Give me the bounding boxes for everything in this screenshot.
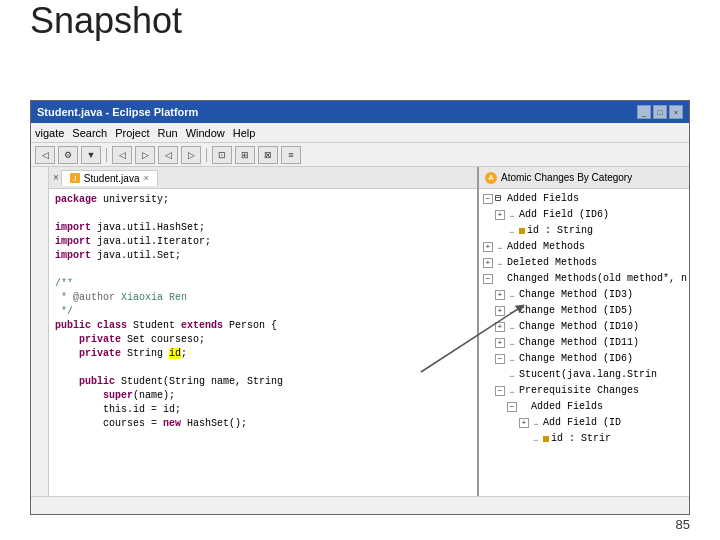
dash-icon: − [507,210,517,220]
code-line: courses = new HashSet(); [55,417,471,431]
toolbar-btn-7[interactable]: ▷ [181,146,201,164]
toolbar-btn-1[interactable]: ◁ [35,146,55,164]
menu-search[interactable]: Search [72,127,107,139]
expand-icon[interactable]: + [495,338,505,348]
tree-item[interactable]: + − Add Field (ID [479,415,689,431]
code-line [55,263,471,277]
tree-item[interactable]: + − Change Method (ID5) [479,303,689,319]
code-line: /** [55,277,471,291]
menu-window[interactable]: Window [186,127,225,139]
code-line: this.id = id; [55,403,471,417]
title-bar: Student.java - Eclipse Platform _ □ × [31,101,689,123]
expand-icon[interactable]: − [483,194,493,204]
expand-icon[interactable]: + [483,258,493,268]
expand-icon[interactable]: + [483,242,493,252]
menu-run[interactable]: Run [157,127,177,139]
expand-icon[interactable]: + [495,306,505,316]
file-icon: J [70,173,80,183]
code-line: super(name); [55,389,471,403]
minimize-button[interactable]: _ [637,105,651,119]
dash-icon: − [507,322,517,332]
tree-label: Added Fields [507,192,579,206]
expand-icon[interactable]: − [495,386,505,396]
expand-icon[interactable]: + [495,210,505,220]
expand-icon[interactable]: + [495,322,505,332]
page-title: Snapshot [0,0,212,53]
tree-item: − id : Strir [479,431,689,447]
toolbar-btn-8[interactable]: ⊡ [212,146,232,164]
tree-label: Change Method (ID10) [519,320,639,334]
code-line: package university; [55,193,471,207]
close-button[interactable]: × [669,105,683,119]
group-icon: ⊟ [495,192,501,206]
tree-label: Added Fields [531,400,603,414]
menu-project[interactable]: Project [115,127,149,139]
tree-label: Changed Methods(old method*, n [507,272,687,286]
left-margin [31,167,49,496]
tree-item[interactable]: − − Prerequisite Changes [479,383,689,399]
title-bar-controls: _ □ × [637,105,683,119]
tree-item[interactable]: + − Change Method (ID10) [479,319,689,335]
tree-label: Add Field (ID [543,416,621,430]
menu-help[interactable]: Help [233,127,256,139]
dash-icon: − [495,242,505,252]
toolbar-btn-6[interactable]: ◁ [158,146,178,164]
maximize-button[interactable]: □ [653,105,667,119]
code-editor[interactable]: package university; import java.util.Has… [49,189,477,496]
changes-panel: A Atomic Changes By Category − ⊟ Added F… [479,167,689,496]
eclipse-window: Student.java - Eclipse Platform _ □ × vi… [30,100,690,515]
content-area: × J Student.java × package university; i… [31,167,689,496]
tree-item: − id : String [479,223,689,239]
menu-bar: vigate Search Project Run Window Help [31,123,689,143]
tree-label: Change Method (ID5) [519,304,633,318]
tab-label: Student.java [84,173,140,184]
toolbar-btn-4[interactable]: ◁ [112,146,132,164]
changes-header: A Atomic Changes By Category [479,167,689,189]
tree-item[interactable]: − Added Fields [479,399,689,415]
tree-item[interactable]: + − Change Method (ID3) [479,287,689,303]
expand-icon[interactable]: − [495,354,505,364]
dash-icon: − [507,306,517,316]
dash-icon [495,274,505,284]
tree-item[interactable]: − ⊟ Added Fields [479,191,689,207]
expand-icon[interactable]: + [495,290,505,300]
changes-panel-title: Atomic Changes By Category [501,172,632,183]
dash-icon: − [507,386,517,396]
code-line: import java.util.HashSet; [55,221,471,235]
toolbar-btn-11[interactable]: ≡ [281,146,301,164]
toolbar-btn-9[interactable]: ⊞ [235,146,255,164]
tab-close-left[interactable]: × [53,172,59,183]
tree-item[interactable]: − − Change Method (ID6) [479,351,689,367]
tab-close-icon[interactable]: × [143,173,148,183]
editor-tab[interactable]: J Student.java × [61,170,158,186]
tree-label: Add Field (ID6) [519,208,609,222]
toolbar-btn-5[interactable]: ▷ [135,146,155,164]
tree-item[interactable]: − Changed Methods(old method*, n [479,271,689,287]
dash-icon: − [495,258,505,268]
page-number: 85 [676,517,690,532]
toolbar-btn-10[interactable]: ⊠ [258,146,278,164]
changes-tree: − ⊟ Added Fields + − Add Field (ID6) − i… [479,189,689,496]
tab-strip: × J Student.java × [49,167,477,189]
title-bar-text: Student.java - Eclipse Platform [37,106,198,118]
code-line: public Student(String name, String [55,375,471,389]
tree-label: Prerequisite Changes [519,384,639,398]
expand-icon[interactable]: + [519,418,529,428]
expand-icon[interactable]: − [483,274,493,284]
tree-label: Change Method (ID11) [519,336,639,350]
field-icon [543,436,549,442]
toolbar-btn-2[interactable]: ⚙ [58,146,78,164]
tree-label: id : String [527,224,593,238]
tree-label: Change Method (ID3) [519,288,633,302]
dash-icon: − [531,434,541,444]
tree-item[interactable]: + − Deleted Methods [479,255,689,271]
expand-icon[interactable]: − [507,402,517,412]
code-line: import java.util.Iterator; [55,235,471,249]
tree-label: Change Method (ID6) [519,352,633,366]
toolbar-btn-3[interactable]: ▼ [81,146,101,164]
tree-item[interactable]: + − Added Methods [479,239,689,255]
tree-item[interactable]: + − Add Field (ID6) [479,207,689,223]
menu-navigate[interactable]: vigate [35,127,64,139]
tree-item[interactable]: + − Change Method (ID11) [479,335,689,351]
code-line [55,207,471,221]
